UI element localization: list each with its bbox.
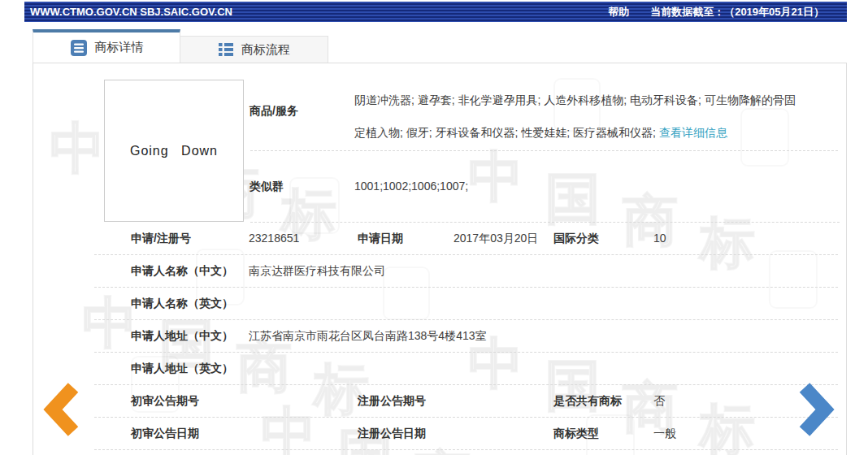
goods-services-value: 阴道冲洗器; 避孕套; 非化学避孕用具; 人造外科移植物; 电动牙科设备; 可生… — [354, 84, 797, 149]
mark-type-label: 商标类型 — [553, 418, 599, 449]
trademark-detail-panel: 中国商标中国商标中国商标中国商标中国商标 Going Down 商品/服务 阴道… — [33, 63, 847, 455]
shared-mark-value: 否 — [653, 385, 665, 417]
table-row: 初审公告日期 注册公告日期 商标类型 一般 — [94, 418, 838, 450]
mark-type-value: 一般 — [653, 418, 676, 449]
chevron-left-icon — [42, 427, 81, 440]
app-date-value: 2017年03月20日 — [454, 223, 538, 254]
table-row: 初审公告期号 注册公告期号 是否共有商标 否 — [94, 385, 838, 418]
trademark-image: Going Down — [104, 80, 244, 222]
table-row: 申请人地址（中文） 江苏省南京市雨花台区凤台南路138号4楼413室 — [94, 320, 838, 353]
reg-no-label: 申请/注册号 — [131, 223, 191, 254]
top-bar: WWW.CTMO.GOV.CN SBJ.SAIC.GOV.CN 帮助 当前数据截… — [24, 2, 847, 22]
previous-record-button[interactable] — [42, 382, 81, 437]
separator — [250, 150, 838, 151]
first-pub-date-label: 初审公告日期 — [131, 418, 199, 449]
table-row: 申请人名称（英文） — [94, 288, 838, 320]
similar-group-label: 类似群 — [250, 176, 284, 197]
reg-pub-no-label: 注册公告期号 — [358, 385, 426, 417]
reg-pub-date-label: 注册公告日期 — [358, 418, 426, 449]
field-rows: 申请/注册号 23218651 申请日期 2017年03月20日 国际分类 10… — [94, 223, 838, 450]
applicant-name-en-label: 申请人名称（英文） — [131, 288, 233, 319]
intl-class-value: 10 — [653, 223, 666, 254]
site-title: WWW.CTMO.GOV.CN SBJ.SAIC.GOV.CN — [30, 6, 232, 18]
tab-label: 商标流程 — [241, 42, 290, 58]
page: WWW.CTMO.GOV.CN SBJ.SAIC.GOV.CN 帮助 当前数据截… — [0, 0, 868, 455]
details-list-icon — [70, 39, 88, 57]
table-row: 申请人名称（中文） 南京达群医疗科技有限公司 — [94, 255, 838, 288]
data-cutoff-label: 当前数据截至：（2019年05月21日） — [650, 5, 824, 20]
applicant-addr-en-label: 申请人地址（英文） — [131, 353, 233, 384]
similar-group-value: 1001;1002;1006;1007; — [354, 176, 468, 197]
goods-services-text: 阴道冲洗器; 避孕套; 非化学避孕用具; 人造外科移植物; 电动牙科设备; 可生… — [354, 93, 796, 139]
process-list-icon — [218, 41, 234, 58]
reg-no-value: 23218651 — [249, 223, 299, 254]
intl-class-label: 国际分类 — [553, 223, 599, 254]
tab-trademark-process[interactable]: 商标流程 — [180, 36, 328, 63]
applicant-name-cn-value: 南京达群医疗科技有限公司 — [249, 255, 385, 287]
shared-mark-label: 是否共有商标 — [553, 385, 622, 417]
tab-trademark-details[interactable]: 商标详情 — [33, 29, 180, 63]
table-row: 申请/注册号 23218651 申请日期 2017年03月20日 国际分类 10 — [94, 223, 838, 255]
view-details-link[interactable]: 查看详细信息 — [659, 126, 727, 139]
help-link[interactable]: 帮助 — [608, 5, 629, 20]
next-record-button[interactable] — [796, 382, 835, 437]
app-date-label: 申请日期 — [358, 223, 403, 254]
goods-services-label: 商品/服务 — [250, 104, 298, 119]
table-row: 申请人地址（英文） — [94, 353, 838, 385]
applicant-addr-cn-label: 申请人地址（中文） — [131, 320, 233, 352]
tab-label: 商标详情 — [95, 40, 144, 55]
chevron-right-icon — [796, 427, 835, 440]
first-pub-no-label: 初审公告期号 — [131, 385, 199, 417]
applicant-name-cn-label: 申请人名称（中文） — [131, 255, 233, 287]
trademark-image-text: Going Down — [130, 144, 218, 158]
applicant-addr-cn-value: 江苏省南京市雨花台区凤台南路138号4楼413室 — [249, 320, 487, 352]
